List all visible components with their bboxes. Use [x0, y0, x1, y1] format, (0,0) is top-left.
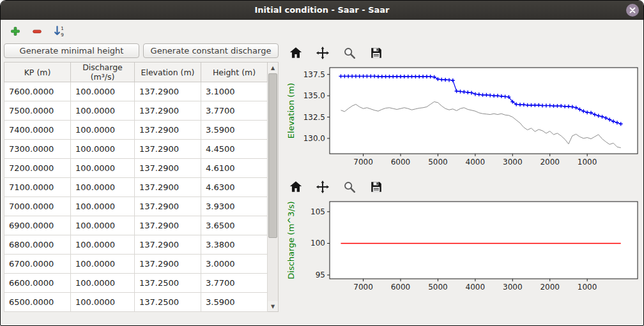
column-header[interactable]: Height (m) [201, 63, 268, 82]
x-tick-label: 3000 [503, 283, 523, 292]
table-cell[interactable]: 3.1000 [201, 82, 268, 101]
table-cell[interactable]: 137.2900 [135, 255, 201, 274]
y-tick-label: 95 [316, 270, 325, 279]
save-icon [369, 46, 383, 60]
scroll-up-button[interactable]: ▲ [268, 63, 278, 73]
table-row: 6800.0000100.0000137.29003.3800 [4, 235, 268, 255]
table-cell[interactable]: 7400.0000 [4, 121, 71, 140]
discharge-home-button[interactable] [288, 179, 304, 195]
table-header-row: KP (m)Discharge (m³/s)Elevation (m)Heigh… [4, 63, 268, 82]
discharge-pan-button[interactable] [314, 179, 331, 195]
table-cell[interactable]: 137.2500 [135, 274, 201, 293]
table-cell[interactable]: 100.0000 [71, 101, 135, 121]
zoom-icon [342, 180, 356, 194]
main-toolbar: 1 9 [1, 20, 643, 43]
table-row: 6600.0000100.0000137.25003.7700 [4, 274, 268, 293]
elevation-save-button[interactable] [368, 45, 385, 61]
generate-constant-discharge-button[interactable]: Generate constant discharge [143, 43, 279, 58]
table-cell[interactable]: 100.0000 [71, 235, 135, 255]
scroll-track[interactable] [268, 73, 278, 301]
discharge-plot[interactable]: 700060005000400030002000100095100105Disc… [285, 198, 640, 295]
column-header[interactable]: Discharge (m³/s) [71, 63, 135, 82]
elevation-pan-button[interactable] [314, 45, 331, 61]
y-tick-label: 135.0 [303, 91, 325, 100]
y-tick-label: 105 [310, 207, 325, 216]
table-cell[interactable]: 6600.0000 [4, 274, 71, 293]
sort-1-9-icon: 1 9 [52, 25, 65, 38]
table-cell[interactable]: 100.0000 [71, 159, 135, 178]
table-cell[interactable]: 137.2900 [135, 121, 201, 140]
elevation-home-button[interactable] [288, 45, 304, 61]
table-cell[interactable]: 4.6100 [201, 159, 268, 178]
table-cell[interactable]: 7500.0000 [4, 101, 71, 121]
table-cell[interactable]: 137.2900 [135, 82, 201, 101]
table-cell[interactable]: 4.6300 [201, 178, 268, 197]
table-cell[interactable]: 3.9300 [201, 197, 268, 216]
table-cell[interactable]: 6500.0000 [4, 293, 71, 312]
table-cell[interactable]: 4.4500 [201, 140, 268, 159]
table-cell[interactable]: 137.2900 [135, 235, 201, 255]
close-button[interactable] [626, 4, 639, 17]
svg-text:1: 1 [61, 26, 64, 31]
x-tick-label: 6000 [391, 283, 411, 292]
y-tick-label: 132.5 [303, 113, 325, 122]
pan-icon [316, 180, 330, 194]
table-cell[interactable]: 137.2500 [135, 293, 201, 312]
y-tick-label: 137.5 [303, 70, 325, 79]
table-cell[interactable]: 137.2900 [135, 140, 201, 159]
scroll-down-button[interactable]: ▼ [268, 301, 278, 311]
table-cell[interactable]: 7000.0000 [4, 197, 71, 216]
table-row: 6900.0000100.0000137.29003.6500 [4, 216, 268, 235]
table-cell[interactable]: 6800.0000 [4, 235, 71, 255]
table-cell[interactable]: 100.0000 [71, 178, 135, 197]
table-cell[interactable]: 100.0000 [71, 255, 135, 274]
generate-minimal-height-button[interactable]: Generate minimal height [4, 43, 139, 58]
table-scrollbar[interactable]: ▲ ▼ [268, 62, 279, 312]
remove-row-button[interactable] [29, 23, 45, 40]
elevation-zoom-button[interactable] [341, 45, 358, 61]
table-cell[interactable]: 100.0000 [71, 82, 135, 101]
table-cell[interactable]: 3.5900 [201, 293, 268, 312]
table-cell[interactable]: 7600.0000 [4, 82, 71, 101]
table-cell[interactable]: 6900.0000 [4, 216, 71, 235]
table-cell[interactable]: 137.2900 [135, 216, 201, 235]
table-cell[interactable]: 3.6500 [201, 216, 268, 235]
table-cell[interactable]: 3.5900 [201, 121, 268, 140]
table-cell[interactable]: 6700.0000 [4, 255, 71, 274]
y-axis-label: Discharge (m^3/s) [286, 201, 296, 279]
table-cell[interactable]: 100.0000 [71, 216, 135, 235]
elevation-plot[interactable]: 7000600050004000300020001000130.0132.513… [285, 64, 640, 174]
table-cell[interactable]: 100.0000 [71, 274, 135, 293]
scroll-thumb[interactable] [268, 73, 277, 238]
x-tick-label: 1000 [578, 158, 597, 167]
plot-area[interactable] [330, 202, 638, 279]
column-header[interactable]: KP (m) [4, 63, 71, 82]
discharge-save-button[interactable] [368, 179, 385, 195]
column-header[interactable]: Elevation (m) [135, 63, 201, 82]
table-cell[interactable]: 100.0000 [71, 293, 135, 312]
window-content: Generate minimal height Generate constan… [1, 43, 643, 312]
table-cell[interactable]: 137.2900 [135, 197, 201, 216]
add-row-button[interactable] [7, 23, 24, 40]
table-cell[interactable]: 7300.0000 [4, 140, 71, 159]
x-tick-label: 6000 [391, 158, 411, 167]
table-cell[interactable]: 137.2900 [135, 178, 201, 197]
table-cell[interactable]: 7100.0000 [4, 178, 71, 197]
table-cell[interactable]: 100.0000 [71, 121, 135, 140]
table-row: 7400.0000100.0000137.29003.5900 [4, 121, 268, 140]
window-title: Initial condition - Saar - Saar [254, 5, 389, 15]
pan-icon [316, 46, 330, 60]
table-cell[interactable]: 100.0000 [71, 197, 135, 216]
table-cell[interactable]: 7200.0000 [4, 159, 71, 178]
sort-rows-button[interactable]: 1 9 [50, 23, 67, 40]
table-cell[interactable]: 3.3800 [201, 235, 268, 255]
discharge-zoom-button[interactable] [341, 179, 358, 195]
titlebar[interactable]: Initial condition - Saar - Saar [1, 1, 643, 20]
table-cell[interactable]: 3.7700 [201, 274, 268, 293]
table-cell[interactable]: 3.0000 [201, 255, 268, 274]
table-cell[interactable]: 137.2900 [135, 101, 201, 121]
left-panel: Generate minimal height Generate constan… [3, 43, 280, 312]
table-cell[interactable]: 100.0000 [71, 140, 135, 159]
table-cell[interactable]: 137.2900 [135, 159, 201, 178]
table-cell[interactable]: 3.7700 [201, 101, 268, 121]
